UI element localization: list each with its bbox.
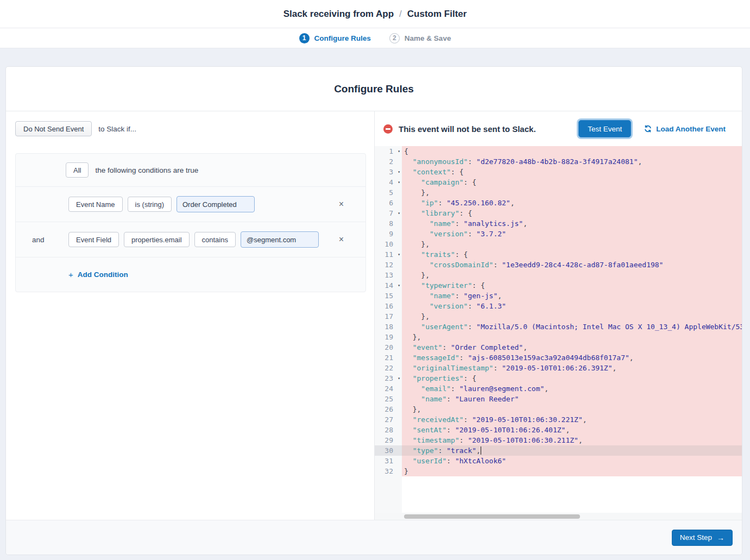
fold-toggle-icon[interactable]: ▾ [398,146,400,156]
step-1-label: Configure Rules [314,34,371,42]
code-line: }, [402,311,742,322]
plus-icon: + [68,270,73,279]
json-editor[interactable]: 1▾23▾4▾567▾891011▾121314▾151617181920212… [375,146,742,513]
code-line: "library": { [402,208,742,218]
next-step-label: Next Step [680,533,712,542]
condition-field-button[interactable]: Event Name [68,197,123,212]
code-line: "sentAt": "2019-05-10T01:06:26.401Z", [402,425,742,435]
add-condition-label: Add Condition [78,270,128,279]
code-line: "type": "track", [402,445,742,456]
page-title: Configure Rules [334,83,414,95]
add-condition-button[interactable]: + Add Condition [68,270,128,279]
breadcrumb-page: Custom Filter [407,9,467,20]
blocked-icon [383,124,393,134]
refresh-icon [644,125,652,133]
fold-toggle-icon[interactable]: ▾ [398,208,400,218]
breadcrumb: Slack receiving from App / Custom Filter [283,9,467,20]
gutter-line-number: 3▾ [375,167,402,177]
gutter-line-number: 14▾ [375,280,402,291]
gutter-line-number: 31 [375,456,402,466]
match-type-selector[interactable]: All [66,162,89,178]
code-line: "name": "gen-js", [402,291,742,301]
test-event-button[interactable]: Test Event [578,120,631,137]
step-2[interactable]: 2Name & Save [389,33,451,43]
condition-rows: Event Nameis (string)×andEvent Fieldprop… [16,186,365,257]
breadcrumb-separator: / [399,9,402,20]
gutter-line-number: 28 [375,425,402,435]
scrollbar-thumb[interactable] [404,514,580,519]
card-body: Do Not Send Event to Slack if... All the… [6,111,742,520]
breadcrumb-destination: Slack receiving from App [283,9,394,20]
steps-bar: 1Configure Rules2Name & Save [0,28,750,48]
code-line: "originalTimestamp": "2019-05-10T01:06:2… [402,363,742,373]
code-line: "messageId": "ajs-6085013e159ac3a92a0494… [402,353,742,363]
gutter-line-number: 19 [375,332,402,342]
fold-toggle-icon[interactable]: ▾ [398,280,400,291]
gutter-line-number: 29 [375,435,402,445]
gutter-line-number: 24 [375,383,402,394]
gutter-line-number: 7▾ [375,208,402,218]
remove-condition-button[interactable]: × [337,198,346,211]
remove-condition-button[interactable]: × [337,233,346,246]
code-line: "anonymousId": "d2e77820-a48b-4b2b-882a-… [402,156,742,167]
code-line: }, [402,404,742,414]
code-line: } [402,466,742,476]
gutter-line-number: 11▾ [375,249,402,260]
condition-row: Event Nameis (string)× [16,186,365,222]
top-header-bar: Slack receiving from App / Custom Filter [0,0,750,28]
gutter-line-number: 27 [375,414,402,425]
fold-toggle-icon[interactable]: ▾ [398,373,400,383]
filter-action-selector[interactable]: Do Not Send Event [15,121,92,136]
gutter-line-number: 30 [375,445,402,456]
code-line: "userAgent": "Mozilla/5.0 (Macintosh; In… [402,322,742,332]
gutter-line-number: 10 [375,239,402,249]
filter-action-suffix: to Slack if... [98,125,136,133]
code-line: "name": "analytics.js", [402,218,742,229]
configure-rules-card: Configure Rules Do Not Send Event to Sla… [5,66,742,555]
gutter-line-number: 12 [375,260,402,270]
condition-field-button[interactable]: contains [194,232,236,247]
preview-status-text: This event will not be sent to Slack. [399,124,536,134]
code-line: }, [402,239,742,249]
arrow-right-icon: → [717,533,724,542]
gutter-line-number: 2 [375,156,402,167]
condition-value-input[interactable] [241,231,319,248]
code-line: { [402,146,742,156]
code-line: "campaign": { [402,177,742,187]
preview-header: This event will not be sent to Slack. Te… [375,111,742,146]
fold-toggle-icon[interactable]: ▾ [398,177,400,187]
code-line: }, [402,187,742,198]
step-1-number-badge: 1 [299,33,310,43]
fold-toggle-icon[interactable]: ▾ [398,249,400,260]
gutter-line-number: 25 [375,394,402,404]
condition-field-button[interactable]: properties.email [124,232,190,247]
code-line: }, [402,270,742,280]
fold-toggle-icon[interactable]: ▾ [398,167,400,177]
gutter-line-number: 22 [375,363,402,373]
code-line: "event": "Order Completed", [402,342,742,353]
code-line: "ip": "45.250.160.82", [402,198,742,208]
next-step-button[interactable]: Next Step → [672,530,733,546]
editor-gutter: 1▾23▾4▾567▾891011▾121314▾151617181920212… [375,146,402,513]
condition-field-button[interactable]: is (string) [128,197,172,212]
code-line: "context": { [402,167,742,177]
code-line: "typewriter": { [402,280,742,291]
condition-field-button[interactable]: Event Field [68,232,119,247]
gutter-line-number: 5 [375,187,402,198]
condition-row: andEvent Fieldproperties.emailcontains× [16,222,365,257]
editor-content[interactable]: { "anonymousId": "d2e77820-a48b-4b2b-882… [402,146,742,513]
step-1[interactable]: 1Configure Rules [299,33,371,43]
gutter-line-number: 8 [375,218,402,229]
condition-conjunction: and [32,236,68,244]
load-another-event-label: Load Another Event [656,125,726,133]
code-line: "crossDomainId": "1e3eedd9-28c4-428c-ad8… [402,260,742,270]
gutter-line-number: 15 [375,291,402,301]
event-preview-panel: This event will not be sent to Slack. Te… [375,111,742,520]
load-another-event-button[interactable]: Load Another Event [644,125,726,133]
condition-value-input[interactable] [177,196,255,212]
gutter-line-number: 9 [375,229,402,239]
gutter-line-number: 26 [375,404,402,414]
code-line: "name": "Lauren Reeder" [402,394,742,404]
code-line: "email": "lauren@segment.com", [402,383,742,394]
editor-horizontal-scrollbar[interactable] [375,513,742,520]
